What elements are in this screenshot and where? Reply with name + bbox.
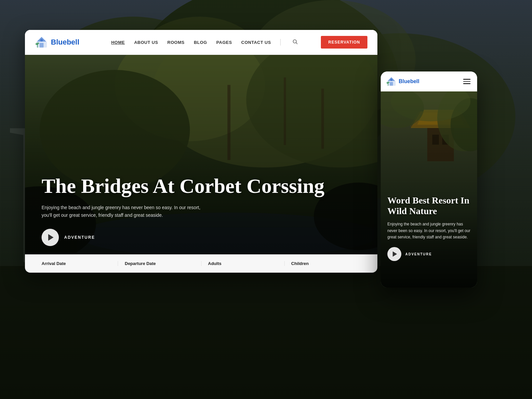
desktop-navbar: Bluebell HOME ABOUT US ROOMS BLOG PAGES … — [25, 30, 377, 55]
mobile-logo-icon — [386, 76, 397, 87]
logo-icon — [35, 36, 48, 49]
nav-contact[interactable]: CONTACT US — [241, 40, 271, 45]
booking-bar: Arrival Date Departure Date Adults Child… — [25, 254, 377, 273]
departure-date-field[interactable]: Departure Date — [118, 261, 201, 266]
mobile-play-button[interactable] — [387, 247, 401, 261]
hamburger-menu[interactable] — [462, 77, 472, 85]
search-icon[interactable] — [293, 39, 298, 46]
nav-about[interactable]: ABOUT US — [134, 40, 158, 45]
adventure-label: ADVENTURE — [64, 235, 95, 240]
logo-suffix: luebell — [56, 38, 79, 46]
svg-point-34 — [390, 79, 392, 81]
mobile-hero-title: Word Best Resort In Wild Nature — [387, 195, 470, 216]
reservation-button[interactable]: RESERVATION — [321, 36, 367, 49]
mobile-content: Word Best Resort In Wild Nature Enjoying… — [387, 195, 470, 261]
svg-rect-33 — [390, 82, 393, 86]
nav-home[interactable]: HOME — [111, 40, 125, 45]
children-field[interactable]: Children — [285, 261, 367, 266]
arrival-date-label: Arrival Date — [42, 261, 111, 266]
mobile-play-btn: ADVENTURE — [387, 247, 470, 261]
svg-point-12 — [40, 39, 43, 42]
hamburger-line-3 — [463, 83, 470, 84]
hero-subtitle: Enjoying the beach and jungle greenry ha… — [42, 204, 208, 219]
mobile-play-triangle-icon — [393, 251, 397, 257]
nav-separator — [280, 39, 281, 46]
mobile-navbar: Bluebell — [381, 71, 477, 91]
logo-text: Bluebell — [51, 38, 79, 47]
arrival-date-field[interactable]: Arrival Date — [35, 261, 118, 266]
mobile-logo-suffix: luebell — [403, 78, 420, 84]
mobile-hero-subtitle: Enjoying the beach and jungle greenry ha… — [387, 221, 470, 240]
mobile-mockup: Bluebell — [381, 71, 477, 288]
adults-field[interactable]: Adults — [201, 261, 285, 266]
desktop-nav: HOME ABOUT US ROOMS BLOG PAGES CONTACT U… — [88, 39, 321, 46]
hero-content: The Bridges At Corbet Corssing Enjoying … — [42, 175, 361, 246]
mobile-logo-prefix: B — [399, 78, 403, 84]
desktop-logo[interactable]: Bluebell — [35, 36, 88, 49]
svg-rect-11 — [40, 43, 44, 48]
adults-label: Adults — [208, 261, 278, 266]
mobile-hero: Word Best Resort In Wild Nature Enjoying… — [381, 91, 477, 288]
desktop-mockup: Bluebell HOME ABOUT US ROOMS BLOG PAGES … — [25, 30, 377, 273]
nav-blog[interactable]: BLOG — [194, 40, 207, 45]
departure-date-label: Departure Date — [125, 261, 194, 266]
svg-line-17 — [296, 43, 297, 44]
nav-rooms[interactable]: ROOMS — [167, 40, 185, 45]
play-button[interactable] — [42, 229, 59, 246]
mobile-adventure-label: ADVENTURE — [405, 252, 432, 256]
mobile-logo-text: Bluebell — [399, 78, 419, 84]
hero-title: The Bridges At Corbet Corssing — [42, 175, 361, 197]
children-label: Children — [291, 261, 361, 266]
hamburger-line-1 — [463, 79, 470, 80]
logo-prefix: B — [51, 38, 56, 46]
hamburger-line-2 — [463, 81, 470, 82]
desktop-hero: The Bridges At Corbet Corssing Enjoying … — [25, 55, 377, 273]
mobile-logo: Bluebell — [386, 76, 419, 87]
hero-play-btn: ADVENTURE — [42, 229, 361, 246]
play-triangle-icon — [48, 234, 54, 241]
nav-pages[interactable]: PAGES — [216, 40, 232, 45]
